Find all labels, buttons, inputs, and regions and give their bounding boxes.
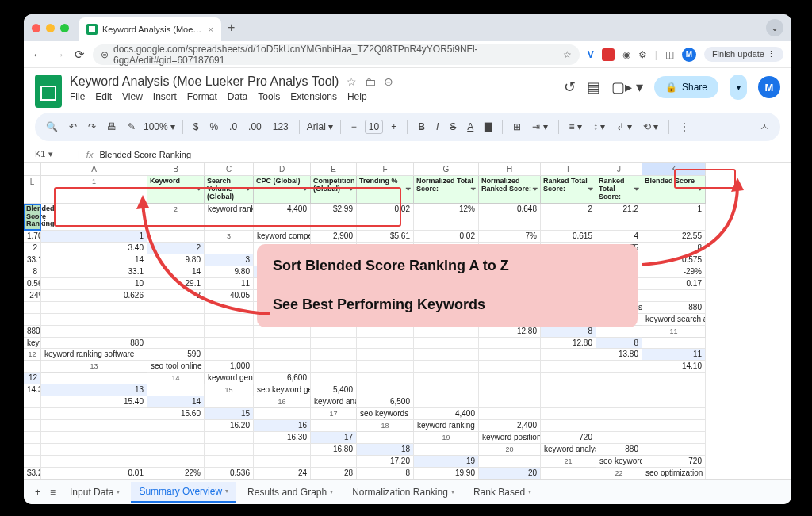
table-cell[interactable]: $5.61 [357, 231, 414, 243]
sidepanel-icon[interactable]: ◫ [665, 49, 674, 60]
tab-dropdown-icon[interactable]: ⌄ [766, 19, 783, 36]
table-cell[interactable] [24, 432, 41, 444]
rotate-icon[interactable]: ⟲ ▾ [640, 121, 661, 132]
wrap-icon[interactable]: ↲ ▾ [613, 121, 634, 132]
bold-icon[interactable]: B [415, 121, 428, 132]
table-cell[interactable] [41, 408, 147, 420]
new-tab-button[interactable]: + [228, 21, 235, 35]
menu-extensions[interactable]: Extensions [290, 91, 337, 102]
menu-data[interactable]: Data [228, 91, 247, 102]
table-cell[interactable]: keyword generator [205, 373, 254, 384]
bookmark-star-icon[interactable]: ☆ [563, 49, 572, 60]
col-header-D[interactable]: D [254, 163, 311, 176]
table-cell[interactable] [311, 326, 357, 338]
table-cell[interactable]: 720 [642, 456, 706, 468]
table-cell[interactable]: keyword competition analysis [254, 231, 311, 243]
table-cell[interactable]: 8 [357, 468, 414, 479]
table-cell[interactable] [642, 408, 706, 420]
table-cell[interactable] [357, 326, 414, 338]
name-box[interactable]: K1 ▾ [35, 149, 71, 159]
table-cell[interactable]: 21.2 [596, 204, 642, 231]
table-cell[interactable] [147, 456, 205, 468]
table-cell[interactable]: 1.70 [24, 231, 41, 243]
table-cell[interactable]: 15 [205, 408, 254, 420]
table-cell[interactable]: 0.02 [357, 204, 414, 231]
table-cell[interactable] [357, 384, 414, 396]
table-cell[interactable] [596, 373, 642, 384]
table-cell[interactable] [479, 338, 541, 349]
fontsize-dec[interactable]: − [348, 121, 360, 132]
table-cell[interactable]: 8 [642, 243, 706, 254]
table-cell[interactable]: keyword ranking software [41, 349, 147, 361]
table-cell[interactable]: 8 [541, 326, 596, 338]
row-header-18[interactable]: 18 [357, 420, 414, 432]
table-cell[interactable] [541, 384, 596, 396]
row-header-1[interactable]: 1 [41, 176, 147, 204]
col-header-J[interactable]: J [596, 163, 642, 176]
table-cell[interactable]: 0.615 [541, 231, 596, 243]
table-cell[interactable] [479, 408, 541, 420]
dec-increase-icon[interactable]: .00 [245, 121, 265, 132]
table-cell[interactable]: keyword analysis [541, 444, 596, 456]
table-cell[interactable] [357, 338, 414, 349]
table-cell[interactable]: 12 [24, 373, 41, 384]
table-cell[interactable]: 9.80 [205, 266, 254, 278]
col-header-E[interactable]: E [311, 163, 357, 176]
merge-icon[interactable]: ⇥ ▾ [529, 121, 550, 132]
table-cell[interactable]: 2,900 [311, 231, 357, 243]
table-cell[interactable] [24, 420, 41, 432]
table-cell[interactable] [147, 314, 205, 326]
table-cell[interactable]: 3 [147, 290, 205, 302]
table-cell[interactable]: 18 [357, 444, 414, 456]
table-cell[interactable] [414, 349, 479, 361]
table-cell[interactable]: seo tool online [147, 361, 205, 373]
table-cell[interactable]: 0.626 [41, 290, 147, 302]
table-cell[interactable] [541, 361, 596, 373]
table-cell[interactable]: 4,400 [254, 204, 311, 231]
ext-eye-icon[interactable]: ◉ [622, 49, 630, 60]
table-cell[interactable]: 15.40 [41, 396, 147, 408]
table-cell[interactable]: 12.80 [541, 338, 596, 349]
table-cell[interactable] [414, 338, 479, 349]
table-cell[interactable]: 590 [147, 349, 205, 361]
col-header-B[interactable]: B [147, 163, 205, 176]
col-header-C[interactable]: C [205, 163, 254, 176]
table-cell[interactable]: seo optimization [642, 468, 706, 479]
table-cell[interactable] [24, 396, 41, 408]
fillcolor-icon[interactable]: ▇ [481, 121, 495, 132]
doc-title[interactable]: Keyword Analysis (Moe Lueker Pro Analys … [70, 75, 339, 89]
window-zoom[interactable] [60, 24, 69, 32]
table-cell[interactable]: 6,500 [357, 396, 414, 408]
table-cell[interactable]: 14 [147, 396, 205, 408]
col-header-A[interactable]: A [41, 163, 147, 176]
cell-empty[interactable] [24, 361, 41, 373]
table-header[interactable]: Normalized Ranked Score:⏷ [479, 176, 541, 204]
cell-empty[interactable] [254, 408, 311, 420]
table-cell[interactable]: 28 [311, 468, 357, 479]
filter-icon[interactable]: ⏷ [697, 185, 703, 193]
site-info-icon[interactable]: ⊜ [101, 49, 109, 60]
profile-avatar[interactable]: M [682, 48, 696, 62]
table-cell[interactable] [41, 326, 147, 338]
row-header-22[interactable]: 22 [596, 468, 642, 479]
cell-empty[interactable] [147, 231, 205, 243]
table-cell[interactable] [357, 373, 414, 384]
collapse-toolbar-icon[interactable]: ㅅ [756, 120, 772, 134]
sheet-tab-results[interactable]: Results and Graph▾ [239, 483, 341, 502]
row-header-2[interactable]: 2 [147, 204, 205, 231]
table-cell[interactable]: seo keyword ranking checker [596, 456, 642, 468]
table-cell[interactable]: 0.648 [479, 204, 541, 231]
share-button[interactable]: 🔒 Share [654, 76, 718, 98]
table-cell[interactable] [24, 444, 41, 456]
textcolor-icon[interactable]: A [464, 121, 477, 132]
table-cell[interactable]: keyword ranking [414, 420, 479, 432]
sheets-logo[interactable] [35, 75, 62, 108]
table-cell[interactable]: 22.55 [642, 231, 706, 243]
table-cell[interactable]: 13 [41, 384, 147, 396]
table-cell[interactable] [24, 408, 41, 420]
table-cell[interactable] [147, 432, 205, 444]
move-icon[interactable]: 🗀 [365, 75, 376, 88]
table-cell[interactable] [24, 302, 41, 314]
paint-format-icon[interactable]: ✎ [124, 121, 139, 132]
table-cell[interactable]: 11 [642, 349, 706, 361]
